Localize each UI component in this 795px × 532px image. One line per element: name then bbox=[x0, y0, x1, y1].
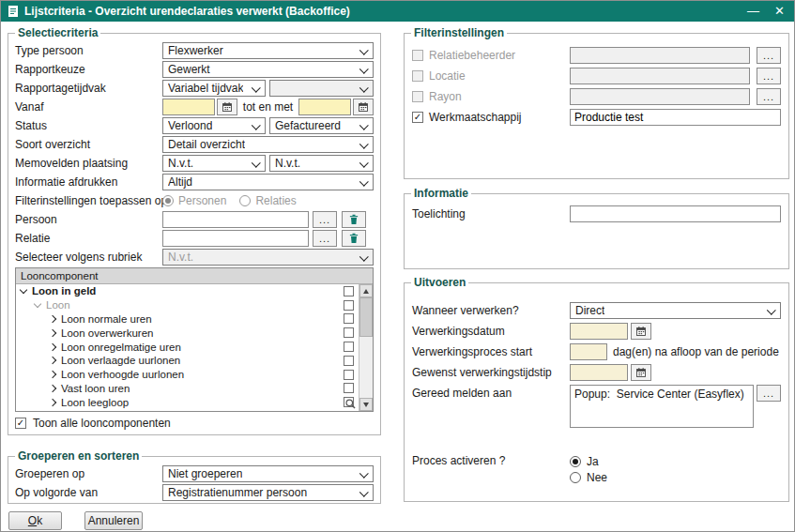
tree-row[interactable]: Loon bbox=[16, 298, 373, 312]
chevron-down-icon bbox=[252, 120, 261, 129]
tree-checkbox[interactable] bbox=[344, 313, 354, 324]
search-icon[interactable] bbox=[344, 398, 357, 410]
soort-overzicht-dropdown[interactable]: Detail overzicht bbox=[162, 136, 374, 153]
soort-overzicht-label: Soort overzicht bbox=[15, 138, 162, 151]
ellipsis-icon: ... bbox=[319, 214, 330, 225]
chevron-down-icon bbox=[359, 158, 369, 167]
chevron-collapsed-icon[interactable] bbox=[49, 371, 56, 378]
row-proces-start: Verwerkingsproces start dag(en) na afloo… bbox=[411, 342, 782, 362]
annuleren-button[interactable]: Annuleren bbox=[84, 511, 143, 530]
row-selecteer-rubriek: Selecteer volgens rubriek N.v.t. bbox=[15, 248, 374, 266]
chevron-collapsed-icon[interactable] bbox=[49, 357, 56, 364]
status-dropdown[interactable]: Verloond bbox=[162, 117, 266, 134]
tree-row[interactable]: Loon verlaagde uurlonen bbox=[16, 354, 373, 368]
relaties-radio[interactable] bbox=[239, 195, 251, 206]
proces-start-label: Verwerkingsproces start bbox=[412, 345, 570, 358]
type-persoon-dropdown[interactable]: Flexwerker bbox=[162, 42, 374, 59]
gereed-melden-label: Gereed melden aan bbox=[412, 385, 570, 400]
nee-radio[interactable] bbox=[570, 472, 581, 483]
tree-row[interactable]: Loon in geld bbox=[16, 284, 373, 298]
verwerkingsdatum-input[interactable] bbox=[570, 323, 628, 340]
relatiebeheerder-checkbox[interactable] bbox=[412, 50, 423, 61]
tree-checkbox[interactable] bbox=[344, 342, 354, 352]
scroll-thumb[interactable] bbox=[359, 297, 373, 337]
ja-radio-label: Ja bbox=[587, 455, 599, 468]
scroll-up-button[interactable] bbox=[359, 284, 373, 297]
tot-en-met-date-input[interactable] bbox=[298, 99, 351, 115]
tree-checkbox[interactable] bbox=[344, 370, 354, 380]
rayon-browse-button[interactable]: ... bbox=[757, 88, 781, 105]
row-gereed-melden: Gereed melden aan Popup: Service Center … bbox=[411, 383, 782, 433]
vanaf-label: Vanaf bbox=[15, 100, 162, 114]
rapportagetijdvak-sub-dropdown[interactable] bbox=[269, 80, 374, 97]
werkmaatschappij-input[interactable] bbox=[570, 109, 781, 126]
vanaf-calendar-button[interactable] bbox=[217, 99, 237, 115]
tree-checkbox[interactable] bbox=[344, 300, 354, 311]
tree-row[interactable]: Loon normale uren bbox=[16, 312, 373, 327]
row-toelichting: Toelichting bbox=[411, 204, 782, 224]
werkmaatschappij-checkbox[interactable] bbox=[412, 112, 423, 123]
relatiebeheerder-browse-button[interactable]: ... bbox=[757, 47, 781, 64]
toelichting-input[interactable] bbox=[570, 205, 781, 222]
relatie-clear-button[interactable] bbox=[342, 230, 366, 247]
proces-start-input[interactable] bbox=[570, 343, 607, 360]
chevron-collapsed-icon[interactable] bbox=[49, 329, 56, 337]
ok-button[interactable]: Ok bbox=[8, 511, 62, 530]
scroll-down-button[interactable] bbox=[359, 398, 373, 411]
close-button[interactable]: ✕ bbox=[774, 1, 785, 22]
gereed-melden-box[interactable]: Popup: Service Center (Easyflex) bbox=[570, 385, 754, 428]
locatie-input[interactable] bbox=[570, 68, 750, 84]
volgorde-dropdown[interactable]: Registratienummer persoon bbox=[162, 484, 374, 501]
chevron-collapsed-icon[interactable] bbox=[49, 399, 56, 406]
memovelden-sub-dropdown[interactable]: N.v.t. bbox=[269, 155, 374, 172]
vanaf-date-input[interactable] bbox=[162, 99, 215, 115]
tree-checkbox[interactable] bbox=[344, 286, 354, 296]
locatie-checkbox[interactable] bbox=[412, 70, 423, 82]
wanneer-dropdown[interactable]: Direct bbox=[570, 302, 781, 319]
tree-scrollbar[interactable] bbox=[359, 284, 373, 411]
gereed-melden-browse-button[interactable]: ... bbox=[757, 385, 781, 402]
rapportagetijdvak-dropdown[interactable]: Variabel tijdvak bbox=[162, 80, 266, 97]
chevron-expanded-icon[interactable] bbox=[20, 286, 27, 294]
tree-checkbox[interactable] bbox=[344, 383, 354, 393]
tijdstip-input[interactable] bbox=[570, 364, 628, 381]
tree-row[interactable]: Vast loon uren bbox=[16, 382, 373, 396]
calendar-icon bbox=[358, 101, 369, 113]
tree-row[interactable]: Loon onregelmatige uren bbox=[16, 340, 373, 354]
persoon-input[interactable] bbox=[162, 211, 309, 228]
tree-row[interactable]: Loon overwerkuren bbox=[16, 326, 373, 340]
tree-checkbox[interactable] bbox=[344, 327, 354, 338]
arrow-up-icon bbox=[363, 289, 369, 294]
report-icon bbox=[8, 5, 19, 18]
persoon-browse-button[interactable]: ... bbox=[313, 211, 337, 228]
relatie-browse-button[interactable]: ... bbox=[313, 230, 337, 247]
calendar-icon bbox=[222, 101, 233, 113]
chevron-expanded-icon[interactable] bbox=[34, 300, 41, 308]
rapportkeuze-dropdown[interactable]: Gewerkt bbox=[162, 61, 374, 78]
minimize-button[interactable]: — bbox=[747, 1, 759, 22]
chevron-collapsed-icon[interactable] bbox=[49, 315, 56, 323]
tree-row[interactable]: Loon verhoogde uurlonen bbox=[16, 368, 373, 382]
locatie-browse-button[interactable]: ... bbox=[757, 68, 781, 84]
toon-alle-checkbox[interactable] bbox=[15, 418, 26, 429]
verwerkingsdatum-calendar-button[interactable] bbox=[631, 323, 651, 340]
tree-row[interactable]: Loon leegloop bbox=[16, 395, 373, 409]
informatie-afdrukken-dropdown[interactable]: Altijd bbox=[162, 174, 374, 190]
tot-en-met-calendar-button[interactable] bbox=[353, 99, 374, 115]
chevron-collapsed-icon[interactable] bbox=[49, 385, 56, 392]
ja-radio[interactable] bbox=[570, 456, 581, 467]
relatiebeheerder-input[interactable] bbox=[570, 47, 750, 64]
groeperen-op-dropdown[interactable]: Niet groeperen bbox=[162, 465, 374, 482]
personen-radio[interactable] bbox=[162, 195, 174, 206]
persoon-clear-button[interactable] bbox=[342, 211, 366, 228]
status-sub-dropdown[interactable]: Gefactureerd bbox=[269, 117, 374, 134]
selecteer-rubriek-dropdown[interactable]: N.v.t. bbox=[162, 249, 374, 266]
relatiebeheerder-label: Relatiebeheerder bbox=[429, 49, 570, 62]
memovelden-dropdown[interactable]: N.v.t. bbox=[162, 155, 266, 172]
rayon-checkbox[interactable] bbox=[412, 91, 423, 102]
tijdstip-calendar-button[interactable] bbox=[631, 364, 651, 381]
tree-checkbox[interactable] bbox=[344, 356, 354, 366]
chevron-collapsed-icon[interactable] bbox=[49, 342, 56, 350]
relatie-input[interactable] bbox=[162, 230, 309, 247]
rayon-input[interactable] bbox=[570, 88, 750, 105]
